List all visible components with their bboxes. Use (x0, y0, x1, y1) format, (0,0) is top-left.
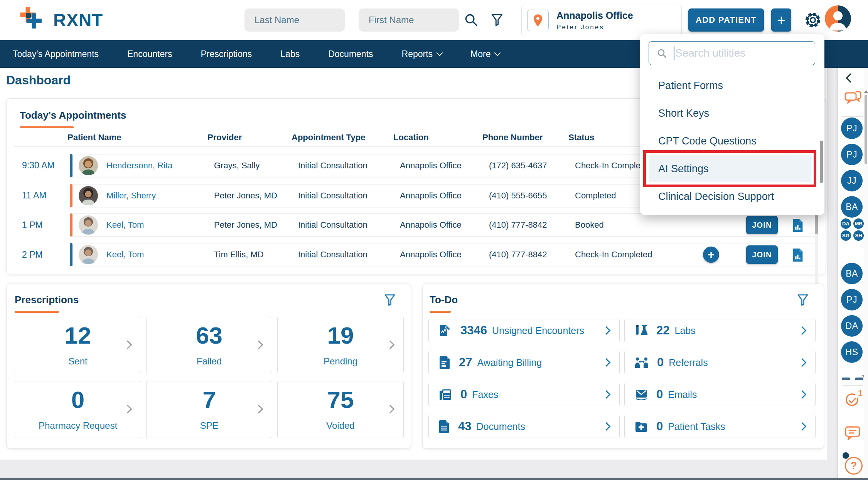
todo-count: 3346 (460, 324, 487, 337)
todo-label: Documents (476, 421, 525, 432)
divider (842, 385, 863, 386)
collapse-sidebar-icon[interactable] (846, 73, 855, 82)
text-cursor (674, 46, 674, 60)
filter-icon[interactable] (490, 13, 504, 29)
appt-time: 2 PM (22, 250, 65, 260)
encounter-document-icon[interactable] (792, 218, 804, 234)
add-patient-button[interactable]: ADD PATIENT (688, 8, 764, 32)
chat-avatar[interactable]: PJ (841, 289, 863, 310)
scroll-up-icon[interactable] (864, 90, 868, 93)
location-selector[interactable]: Annapolis Office Peter Jones (521, 5, 682, 36)
user-avatar[interactable] (825, 5, 851, 32)
todo-label: Emails (668, 389, 697, 400)
rx-tile-pending[interactable]: 19 Pending (277, 317, 404, 373)
join-button[interactable]: JOIN (746, 216, 778, 234)
chat-avatar[interactable]: JJ (841, 170, 863, 191)
patient-name-link[interactable]: Miller, Sherry (106, 191, 156, 201)
patient-name-link[interactable]: Keel, Tom (106, 250, 144, 260)
rx-label: SPE (200, 420, 218, 431)
dropdown-scrollbar-thumb[interactable] (820, 141, 823, 183)
appt-time: 9:30 AM (22, 160, 65, 171)
table-row[interactable]: Keel, Tom Tim Ellis, MD Initial Consulta… (70, 243, 817, 266)
nav-documents[interactable]: Documents (328, 49, 373, 59)
chat-avatar[interactable]: PJ (841, 117, 863, 139)
chat-avatar[interactable]: DA (841, 315, 863, 337)
join-button[interactable]: JOIN (746, 245, 778, 264)
todo-emails[interactable]: 0 Emails (624, 383, 816, 406)
message-icon[interactable] (844, 426, 861, 442)
rxnt-logo-text: RXNT (53, 10, 103, 30)
menu-item-short-keys[interactable]: Short Keys (640, 99, 824, 127)
rx-label: Pharmacy Request (39, 420, 117, 431)
todo-label: Referrals (669, 357, 708, 368)
chevron-right-icon (602, 422, 611, 431)
table-scrollbar-thumb[interactable] (815, 215, 818, 234)
chat-avatar[interactable]: PJ (841, 144, 863, 165)
prescriptions-filter-icon[interactable] (383, 293, 397, 308)
chat-avatar[interactable]: BA (841, 263, 863, 284)
nav-encounters[interactable]: Encounters (127, 49, 172, 59)
todo-documents[interactable]: 43 Documents (428, 415, 620, 438)
tasks-check-icon[interactable]: 1 (844, 392, 860, 410)
chat-avatar-small[interactable]: MB (853, 218, 865, 230)
todo-faxes[interactable]: 0 Faxes (428, 383, 620, 406)
nav-reports[interactable]: Reports (402, 49, 442, 59)
chevron-right-icon (798, 390, 807, 399)
chevron-right-icon (602, 358, 611, 367)
todo-unsigned-encounters[interactable]: 3346 Unsigned Encounters (428, 319, 620, 342)
patient-photo (79, 186, 98, 205)
chat-avatar-small[interactable]: SG (840, 230, 852, 242)
nav-more[interactable]: More (470, 49, 500, 59)
phone-cell: (410) 777-8842 (489, 250, 547, 260)
table-row[interactable]: Keel, Tom Peter Jones, MD Initial Consul… (70, 213, 817, 237)
quick-add-button[interactable]: + (771, 8, 791, 32)
todo-card: To-Do 3346 Unsigned Encounters 27 Awaiti… (422, 284, 824, 449)
title-underline (430, 311, 451, 313)
help-icon[interactable]: ? (845, 457, 863, 475)
todo-referrals[interactable]: 0 Referrals (624, 351, 816, 374)
menu-item-patient-forms[interactable]: Patient Forms (640, 72, 824, 99)
row-accent-bar (70, 184, 72, 207)
chat-avatar[interactable]: HS (841, 341, 863, 363)
patient-photo (79, 215, 98, 235)
nav-labs[interactable]: Labs (280, 49, 300, 59)
rx-tile-failed[interactable]: 63 Failed (146, 317, 272, 373)
rx-tile-spe[interactable]: 7 SPE (146, 381, 272, 438)
chat-bubbles-icon[interactable] (844, 90, 862, 108)
encounter-document-icon[interactable] (792, 248, 804, 263)
title-underline (20, 126, 74, 128)
status-cell: Completed (575, 191, 616, 201)
phone-cell: (172) 635-4637 (489, 161, 547, 171)
gear-icon[interactable] (804, 11, 822, 31)
chat-avatar-small[interactable]: SH (853, 230, 865, 242)
status-cell: Check-In Completed (575, 250, 652, 260)
rx-tile-sent[interactable]: 12 Sent (15, 317, 141, 373)
utilities-dropdown: Patient Forms Short Keys CPT Code Questi… (640, 34, 824, 215)
rx-count: 75 (327, 388, 354, 412)
appt-time: 1 PM (22, 220, 65, 230)
office-name: Annapolis Office (556, 10, 633, 21)
rx-count: 0 (71, 388, 84, 412)
nav-todays-appointments[interactable]: Today's Appointments (13, 49, 99, 59)
page-scrollbar[interactable] (864, 68, 868, 480)
todo-labs[interactable]: 22 Labs (624, 319, 816, 342)
search-icon[interactable] (463, 12, 479, 29)
rxnt-logo[interactable]: RXNT (19, 5, 103, 35)
rx-tile-pharmacy-request[interactable]: 0 Pharmacy Request (15, 381, 141, 438)
patient-name-link[interactable]: Hendersonn, Rita (106, 161, 172, 171)
chat-avatar-small[interactable]: DA (840, 218, 852, 230)
todo-filter-icon[interactable] (796, 293, 810, 308)
first-name-input[interactable] (359, 8, 459, 32)
add-encounter-button[interactable]: + (703, 247, 719, 263)
todo-patient-tasks[interactable]: 0 Patient Tasks (624, 415, 816, 438)
chevron-down-icon (494, 50, 501, 56)
rx-tile-voided[interactable]: 75 Voided (277, 381, 404, 438)
nav-prescriptions[interactable]: Prescriptions (201, 49, 252, 59)
chat-avatar[interactable]: BA (841, 196, 863, 218)
page-scrollbar-thumb[interactable] (865, 95, 867, 164)
appointments-card-title: Today's Appointments (20, 109, 126, 121)
todo-awaiting-billing[interactable]: 27 Awaiting Billing (428, 351, 620, 374)
patient-name-link[interactable]: Keel, Tom (106, 220, 144, 230)
todo-count: 0 (656, 420, 663, 433)
last-name-input[interactable] (244, 8, 345, 32)
